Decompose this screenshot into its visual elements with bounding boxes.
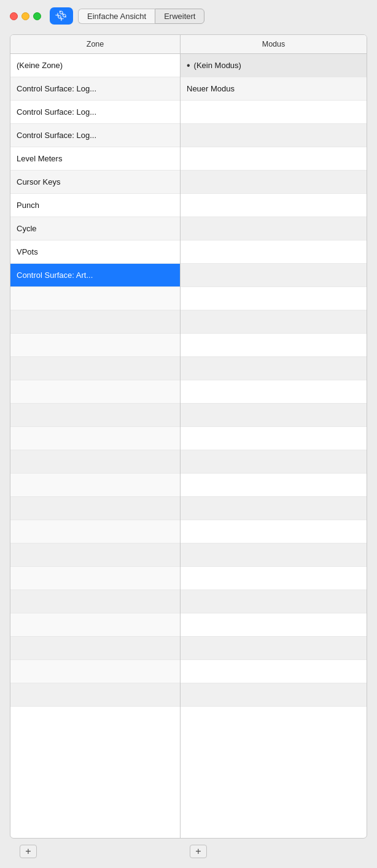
zone-list-item[interactable]: [10, 567, 180, 590]
zone-list-item[interactable]: Control Surface: Log...: [10, 101, 180, 124]
modus-list-item[interactable]: [181, 380, 367, 404]
zone-list-item[interactable]: [10, 613, 180, 637]
modus-list-item[interactable]: [181, 287, 367, 310]
zone-list-item[interactable]: [10, 380, 180, 404]
modus-list-item[interactable]: [181, 660, 367, 683]
footer: + +: [10, 839, 367, 868]
link-button[interactable]: ⛓: [50, 7, 73, 25]
add-modus-button[interactable]: +: [190, 845, 207, 858]
view-toggle: Einfache Ansicht Erweitert: [78, 9, 204, 24]
modus-list-item[interactable]: [181, 543, 367, 567]
modus-panel: Modus •(Kein Modus)Neuer Modus: [181, 35, 367, 838]
traffic-lights: [10, 12, 41, 20]
zone-list-item[interactable]: [10, 334, 180, 357]
modus-list-item[interactable]: [181, 310, 367, 334]
modus-list-item[interactable]: [181, 124, 367, 147]
minimize-button[interactable]: [21, 12, 29, 20]
zone-panel: Zone (Keine Zone)Control Surface: Log...…: [10, 35, 181, 838]
zone-list-item[interactable]: Punch: [10, 194, 180, 217]
modus-list-item[interactable]: [181, 613, 367, 637]
modus-list-item[interactable]: [181, 357, 367, 380]
modus-item-label: (Kein Modus): [194, 61, 241, 70]
modus-item-label: Neuer Modus: [187, 84, 235, 93]
advanced-view-button[interactable]: Erweitert: [155, 9, 204, 24]
zone-list-item[interactable]: Control Surface: Art...: [10, 264, 180, 287]
maximize-button[interactable]: [33, 12, 41, 20]
zone-list-item[interactable]: Cycle: [10, 217, 180, 240]
close-button[interactable]: [10, 12, 18, 20]
modus-list-item[interactable]: [181, 567, 367, 590]
modus-list-item[interactable]: [181, 217, 367, 240]
modus-list-item[interactable]: [181, 404, 367, 427]
modus-list-item[interactable]: [181, 101, 367, 124]
modus-list-item[interactable]: [181, 520, 367, 543]
modus-list-item[interactable]: •(Kein Modus): [181, 54, 367, 77]
main-content: Zone (Keine Zone)Control Surface: Log...…: [0, 29, 377, 868]
zone-list-item[interactable]: [10, 520, 180, 543]
modus-list-item[interactable]: [181, 171, 367, 194]
zone-list-item[interactable]: Level Meters: [10, 147, 180, 171]
modus-list-item[interactable]: [181, 590, 367, 613]
zone-list-item[interactable]: [10, 310, 180, 334]
simple-view-button[interactable]: Einfache Ansicht: [78, 9, 155, 24]
modus-header: Modus: [181, 35, 367, 54]
zone-list-item[interactable]: [10, 427, 180, 450]
modus-list-item[interactable]: [181, 194, 367, 217]
footer-zone: +: [20, 845, 190, 858]
modus-list[interactable]: •(Kein Modus)Neuer Modus: [181, 54, 367, 838]
zone-list-item[interactable]: [10, 287, 180, 310]
zone-list-item[interactable]: (Keine Zone): [10, 54, 180, 77]
add-zone-button[interactable]: +: [20, 845, 37, 858]
modus-list-item[interactable]: [181, 497, 367, 520]
modus-list-item[interactable]: Neuer Modus: [181, 77, 367, 101]
bullet-icon: •: [187, 60, 190, 71]
zone-list-item[interactable]: [10, 660, 180, 683]
zone-list-item[interactable]: VPots: [10, 240, 180, 264]
modus-list-item[interactable]: [181, 147, 367, 171]
zone-list-item[interactable]: [10, 637, 180, 660]
modus-list-item[interactable]: [181, 240, 367, 264]
zone-list-item[interactable]: [10, 357, 180, 380]
zone-list-item[interactable]: [10, 474, 180, 497]
zone-list-item[interactable]: [10, 590, 180, 613]
modus-list-item[interactable]: [181, 334, 367, 357]
zone-list-item[interactable]: [10, 543, 180, 567]
footer-modus: +: [190, 845, 357, 858]
zone-list-item[interactable]: Cursor Keys: [10, 171, 180, 194]
modus-list-item[interactable]: [181, 427, 367, 450]
zone-header: Zone: [10, 35, 180, 54]
zone-list[interactable]: (Keine Zone)Control Surface: Log...Contr…: [10, 54, 180, 838]
zone-list-item[interactable]: [10, 450, 180, 474]
modus-list-item[interactable]: [181, 474, 367, 497]
panels-container: Zone (Keine Zone)Control Surface: Log...…: [10, 34, 367, 839]
zone-list-item[interactable]: Control Surface: Log...: [10, 77, 180, 101]
modus-list-item[interactable]: [181, 450, 367, 474]
title-bar: ⛓ Einfache Ansicht Erweitert: [0, 0, 377, 29]
modus-list-item[interactable]: [181, 637, 367, 660]
modus-list-item[interactable]: [181, 264, 367, 287]
zone-list-item[interactable]: [10, 497, 180, 520]
modus-list-item[interactable]: [181, 683, 367, 707]
zone-list-item[interactable]: [10, 404, 180, 427]
link-icon: ⛓: [55, 9, 69, 23]
zone-list-item[interactable]: Control Surface: Log...: [10, 124, 180, 147]
zone-list-item[interactable]: [10, 683, 180, 707]
